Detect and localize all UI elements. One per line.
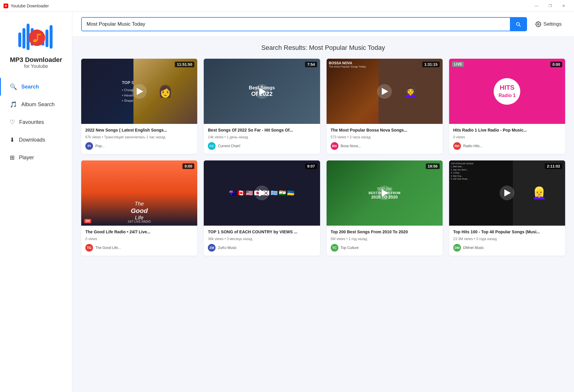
- main-content: Settings Search Results: Most Popular Mu…: [72, 12, 574, 392]
- card-title: The Good Life Radio • 24/7 Live...: [85, 229, 193, 235]
- card-meta: 14k views • 1 день назад: [208, 135, 316, 139]
- svg-point-14: [537, 24, 539, 25]
- restore-button[interactable]: ❐: [543, 0, 557, 12]
- channel-avatar: TG: [85, 244, 93, 252]
- thumbnail-wrap: TOP 200 BEST SONGS FROM 2010 TO 2020 19:…: [327, 160, 443, 226]
- card-channel: PI Pop...: [85, 142, 193, 150]
- channel-name: ZuKo Music: [218, 246, 237, 250]
- play-icon: [259, 189, 266, 196]
- sidebar-item-favourites[interactable]: ♡ Favourites: [0, 113, 72, 131]
- thumbnail-wrap: BOSSA NOVA The Most Popular Songs Today …: [327, 59, 443, 124]
- card-title: 2022 New Songs ( Latest English Songs...: [85, 127, 193, 133]
- play-icon: [504, 189, 511, 196]
- channel-name: Pop...: [95, 144, 105, 148]
- result-card[interactable]: TOP POPULAR SONGS1. Blah blah...2. Say Y…: [449, 160, 565, 256]
- card-meta: 0 views: [85, 237, 193, 241]
- card-title: Hits Radio 1 Live Radio - Pop Music...: [453, 127, 561, 133]
- svg-rect-2: [18, 32, 21, 47]
- card-info: TOP 1 SONG of EACH COUNTRY by VIEWS ... …: [204, 226, 320, 256]
- sidebar-item-label: Downloads: [19, 137, 45, 143]
- thumbnail-wrap: TheGoodLife DH 24/7 LIVE RADIO 0:00: [81, 160, 197, 226]
- thumbnail-wrap: Best Songs Of 2022 7:54: [204, 59, 320, 124]
- thumbnail-wrap: 🇦🇺🇨🇦🇺🇸🇯🇵 🇰🇷🇬🇷🇮🇳🇺🇦 9:07: [204, 160, 320, 226]
- play-button-overlay[interactable]: [377, 84, 392, 99]
- card-info: Top 200 Best Songs From 2010 To 2020 5M …: [327, 226, 443, 256]
- search-icon: 🔍: [10, 83, 17, 90]
- card-channel: ZM ZuKo Music: [208, 244, 316, 252]
- result-card[interactable]: TOP 200 BEST SONGS FROM 2010 TO 2020 19:…: [327, 160, 443, 256]
- play-icon: [382, 88, 388, 95]
- result-card[interactable]: HITSRadio 1 0:00 LIVE Hits Radio 1 Live …: [449, 59, 565, 154]
- card-info: Top Hits 100 - Top 40 Popular Songs (Mus…: [449, 226, 565, 256]
- sidebar-item-album-search[interactable]: 🎵 Album Search: [0, 96, 72, 113]
- card-info: Best Songs Of 2022 So Far - Hit Songs Of…: [204, 124, 320, 154]
- card-title: The Most Popular Bossa Nova Songs...: [331, 127, 438, 133]
- card-meta: 5M views • 1 год назад: [331, 237, 438, 241]
- result-card[interactable]: TheGoodLife DH 24/7 LIVE RADIO 0:00 The …: [81, 160, 197, 256]
- search-icon: [515, 21, 521, 27]
- search-button[interactable]: [510, 18, 526, 31]
- svg-rect-3: [22, 28, 25, 49]
- search-input[interactable]: [82, 18, 510, 31]
- sidebar-item-label: Player: [19, 155, 34, 161]
- sidebar-item-label: Search: [21, 84, 39, 90]
- play-button-overlay[interactable]: [255, 84, 269, 99]
- live-badge: LIVE: [452, 62, 464, 67]
- settings-label: Settings: [544, 21, 562, 27]
- channel-name: Top Culture: [341, 246, 359, 250]
- app-name: MP3 Downloader: [10, 56, 62, 64]
- sidebar-item-player[interactable]: ⊞ Player: [0, 149, 72, 166]
- titlebar-controls: — ❐ ✕: [530, 0, 570, 12]
- play-button-overlay[interactable]: [377, 186, 392, 200]
- card-meta: 0 views: [453, 135, 561, 139]
- card-channel: DM DMnet Music: [453, 244, 561, 252]
- play-button-overlay[interactable]: [500, 186, 514, 200]
- card-channel: CC Current Chart!: [208, 142, 316, 150]
- result-card[interactable]: Best Songs Of 2022 7:54 Best Songs Of 20…: [204, 59, 320, 154]
- play-button-overlay[interactable]: [255, 186, 269, 200]
- play-button-overlay[interactable]: [132, 84, 147, 99]
- titlebar-left: Youtube Downloader: [4, 4, 49, 8]
- favourites-icon: ♡: [10, 119, 15, 126]
- channel-name: Radio Hits...: [463, 144, 482, 148]
- minimize-button[interactable]: —: [530, 0, 543, 12]
- card-channel: TG The Good Life...: [85, 244, 193, 252]
- result-card[interactable]: 🇦🇺🇨🇦🇺🇸🇯🇵 🇰🇷🇬🇷🇮🇳🇺🇦 9:07 TOP 1 SONG of EAC…: [204, 160, 320, 256]
- close-button[interactable]: ✕: [557, 0, 570, 12]
- duration-badge: 9:07: [305, 163, 317, 169]
- titlebar-title: Youtube Downloader: [11, 4, 49, 8]
- result-card[interactable]: BOSSA NOVA The Most Popular Songs Today …: [327, 59, 443, 154]
- card-meta: 36k views • 3 месяца назад: [208, 237, 316, 241]
- app-logo: [17, 18, 55, 56]
- thumbnail-wrap: TOP SONGS 2022 • Cheap Thrills - 5A...• …: [81, 59, 197, 124]
- card-info: Hits Radio 1 Live Radio - Pop Music... 0…: [449, 124, 565, 154]
- sidebar-item-label: Favourites: [19, 119, 44, 125]
- settings-button[interactable]: Settings: [532, 19, 565, 29]
- album-search-icon: 🎵: [10, 101, 17, 108]
- play-icon: [259, 88, 266, 95]
- card-meta: 573 views • 3 часа назад: [331, 135, 438, 139]
- sidebar-item-downloads[interactable]: ⬇ Downloads: [0, 131, 72, 149]
- card-title: Top 200 Best Songs From 2010 To 2020: [331, 229, 438, 235]
- channel-name: Bosa Nova...: [341, 144, 361, 148]
- channel-avatar: DM: [453, 244, 461, 252]
- channel-avatar: BN: [331, 142, 338, 150]
- card-title: Top Hits 100 - Top 40 Popular Songs (Mus…: [453, 229, 561, 235]
- sidebar-item-search[interactable]: 🔍 Search: [0, 78, 72, 96]
- duration-badge: 7:54: [305, 62, 317, 67]
- sidebar-item-label: Album Search: [21, 101, 55, 108]
- logo-area: MP3 Downloader for Youtube: [10, 18, 62, 69]
- result-card[interactable]: TOP SONGS 2022 • Cheap Thrills - 5A...• …: [81, 59, 197, 154]
- thumbnail-wrap: TOP POPULAR SONGS1. Blah blah...2. Say Y…: [449, 160, 565, 226]
- app-body: MP3 Downloader for Youtube 🔍 Search 🎵 Al…: [0, 12, 574, 392]
- card-channel: TC Top Culture: [331, 244, 438, 252]
- card-meta: 67k views • Трансляция закончилась 1 час…: [85, 135, 193, 139]
- thumbnail-wrap: HITSRadio 1 0:00 LIVE: [449, 59, 565, 124]
- svg-rect-9: [50, 25, 53, 49]
- thumbnail-bg: TheGoodLife DH 24/7 LIVE RADIO: [81, 160, 197, 226]
- app-icon: [4, 4, 8, 8]
- duration-badge: 19:56: [426, 163, 440, 169]
- topbar: Settings: [72, 12, 574, 37]
- card-channel: BN Bosa Nova...: [331, 142, 438, 150]
- results-area[interactable]: Search Results: Most Popular Music Today…: [72, 37, 574, 392]
